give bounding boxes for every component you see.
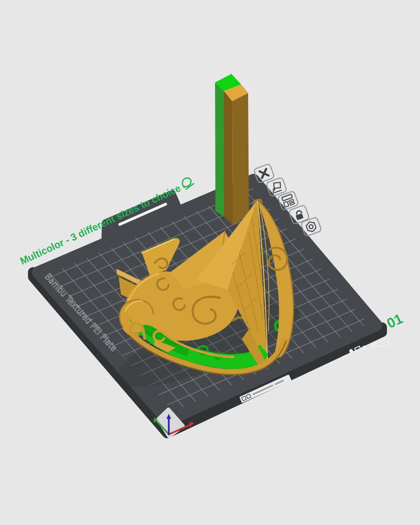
prime-tower[interactable] (215, 74, 249, 225)
prime-tower-left-face (215, 82, 224, 217)
viewport-3d[interactable]: Bambu Textured PEI Plate (0, 0, 420, 525)
prime-tower-front-face (224, 91, 233, 225)
prime-tower-right-face (232, 93, 249, 225)
